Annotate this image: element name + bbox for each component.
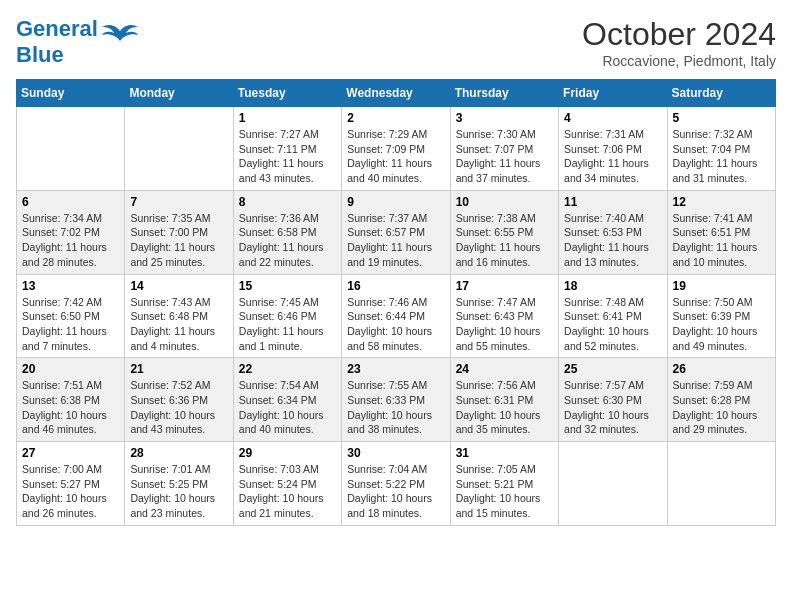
logo-text: General Blue xyxy=(16,16,98,68)
day-number: 29 xyxy=(239,446,336,460)
calendar-cell: 28Sunrise: 7:01 AMSunset: 5:25 PMDayligh… xyxy=(125,442,233,526)
day-info: Sunrise: 7:38 AMSunset: 6:55 PMDaylight:… xyxy=(456,211,553,270)
page-header: General Blue October 2024 Roccavione, Pi… xyxy=(16,16,776,69)
calendar-cell: 1Sunrise: 7:27 AMSunset: 7:11 PMDaylight… xyxy=(233,107,341,191)
day-info: Sunrise: 7:05 AMSunset: 5:21 PMDaylight:… xyxy=(456,462,553,521)
day-info: Sunrise: 7:46 AMSunset: 6:44 PMDaylight:… xyxy=(347,295,444,354)
day-number: 21 xyxy=(130,362,227,376)
calendar-cell: 21Sunrise: 7:52 AMSunset: 6:36 PMDayligh… xyxy=(125,358,233,442)
calendar-cell: 26Sunrise: 7:59 AMSunset: 6:28 PMDayligh… xyxy=(667,358,775,442)
day-info: Sunrise: 7:00 AMSunset: 5:27 PMDaylight:… xyxy=(22,462,119,521)
day-number: 18 xyxy=(564,279,661,293)
day-info: Sunrise: 7:04 AMSunset: 5:22 PMDaylight:… xyxy=(347,462,444,521)
calendar-cell: 13Sunrise: 7:42 AMSunset: 6:50 PMDayligh… xyxy=(17,274,125,358)
calendar-cell: 19Sunrise: 7:50 AMSunset: 6:39 PMDayligh… xyxy=(667,274,775,358)
day-number: 2 xyxy=(347,111,444,125)
day-number: 26 xyxy=(673,362,770,376)
day-number: 24 xyxy=(456,362,553,376)
calendar-cell: 5Sunrise: 7:32 AMSunset: 7:04 PMDaylight… xyxy=(667,107,775,191)
day-info: Sunrise: 7:43 AMSunset: 6:48 PMDaylight:… xyxy=(130,295,227,354)
logo: General Blue xyxy=(16,16,138,68)
logo-bird-icon xyxy=(102,23,138,51)
day-number: 30 xyxy=(347,446,444,460)
calendar-cell: 25Sunrise: 7:57 AMSunset: 6:30 PMDayligh… xyxy=(559,358,667,442)
day-info: Sunrise: 7:50 AMSunset: 6:39 PMDaylight:… xyxy=(673,295,770,354)
day-info: Sunrise: 7:51 AMSunset: 6:38 PMDaylight:… xyxy=(22,378,119,437)
day-info: Sunrise: 7:52 AMSunset: 6:36 PMDaylight:… xyxy=(130,378,227,437)
weekday-header: Friday xyxy=(559,80,667,107)
calendar-cell: 7Sunrise: 7:35 AMSunset: 7:00 PMDaylight… xyxy=(125,190,233,274)
day-info: Sunrise: 7:42 AMSunset: 6:50 PMDaylight:… xyxy=(22,295,119,354)
calendar-cell xyxy=(125,107,233,191)
day-info: Sunrise: 7:29 AMSunset: 7:09 PMDaylight:… xyxy=(347,127,444,186)
calendar-cell: 24Sunrise: 7:56 AMSunset: 6:31 PMDayligh… xyxy=(450,358,558,442)
day-info: Sunrise: 7:34 AMSunset: 7:02 PMDaylight:… xyxy=(22,211,119,270)
day-number: 15 xyxy=(239,279,336,293)
day-info: Sunrise: 7:48 AMSunset: 6:41 PMDaylight:… xyxy=(564,295,661,354)
calendar-cell: 3Sunrise: 7:30 AMSunset: 7:07 PMDaylight… xyxy=(450,107,558,191)
day-number: 13 xyxy=(22,279,119,293)
calendar-cell xyxy=(667,442,775,526)
day-info: Sunrise: 7:56 AMSunset: 6:31 PMDaylight:… xyxy=(456,378,553,437)
calendar-cell: 29Sunrise: 7:03 AMSunset: 5:24 PMDayligh… xyxy=(233,442,341,526)
day-info: Sunrise: 7:37 AMSunset: 6:57 PMDaylight:… xyxy=(347,211,444,270)
calendar-cell xyxy=(17,107,125,191)
day-info: Sunrise: 7:57 AMSunset: 6:30 PMDaylight:… xyxy=(564,378,661,437)
day-number: 16 xyxy=(347,279,444,293)
calendar-cell: 4Sunrise: 7:31 AMSunset: 7:06 PMDaylight… xyxy=(559,107,667,191)
title-block: October 2024 Roccavione, Piedmont, Italy xyxy=(582,16,776,69)
weekday-header: Saturday xyxy=(667,80,775,107)
calendar-cell: 31Sunrise: 7:05 AMSunset: 5:21 PMDayligh… xyxy=(450,442,558,526)
day-number: 23 xyxy=(347,362,444,376)
day-number: 12 xyxy=(673,195,770,209)
weekday-header: Monday xyxy=(125,80,233,107)
day-number: 20 xyxy=(22,362,119,376)
weekday-header: Sunday xyxy=(17,80,125,107)
day-info: Sunrise: 7:03 AMSunset: 5:24 PMDaylight:… xyxy=(239,462,336,521)
calendar-header-row: SundayMondayTuesdayWednesdayThursdayFrid… xyxy=(17,80,776,107)
day-number: 9 xyxy=(347,195,444,209)
day-number: 28 xyxy=(130,446,227,460)
calendar-cell: 2Sunrise: 7:29 AMSunset: 7:09 PMDaylight… xyxy=(342,107,450,191)
day-number: 19 xyxy=(673,279,770,293)
day-info: Sunrise: 7:41 AMSunset: 6:51 PMDaylight:… xyxy=(673,211,770,270)
calendar-cell: 17Sunrise: 7:47 AMSunset: 6:43 PMDayligh… xyxy=(450,274,558,358)
calendar-cell xyxy=(559,442,667,526)
day-number: 17 xyxy=(456,279,553,293)
day-info: Sunrise: 7:27 AMSunset: 7:11 PMDaylight:… xyxy=(239,127,336,186)
calendar-cell: 11Sunrise: 7:40 AMSunset: 6:53 PMDayligh… xyxy=(559,190,667,274)
day-info: Sunrise: 7:47 AMSunset: 6:43 PMDaylight:… xyxy=(456,295,553,354)
day-number: 25 xyxy=(564,362,661,376)
day-info: Sunrise: 7:55 AMSunset: 6:33 PMDaylight:… xyxy=(347,378,444,437)
calendar-week-row: 27Sunrise: 7:00 AMSunset: 5:27 PMDayligh… xyxy=(17,442,776,526)
day-number: 14 xyxy=(130,279,227,293)
day-info: Sunrise: 7:40 AMSunset: 6:53 PMDaylight:… xyxy=(564,211,661,270)
day-info: Sunrise: 7:45 AMSunset: 6:46 PMDaylight:… xyxy=(239,295,336,354)
calendar-cell: 12Sunrise: 7:41 AMSunset: 6:51 PMDayligh… xyxy=(667,190,775,274)
day-info: Sunrise: 7:01 AMSunset: 5:25 PMDaylight:… xyxy=(130,462,227,521)
day-number: 10 xyxy=(456,195,553,209)
calendar-cell: 10Sunrise: 7:38 AMSunset: 6:55 PMDayligh… xyxy=(450,190,558,274)
day-info: Sunrise: 7:32 AMSunset: 7:04 PMDaylight:… xyxy=(673,127,770,186)
calendar-cell: 30Sunrise: 7:04 AMSunset: 5:22 PMDayligh… xyxy=(342,442,450,526)
calendar-cell: 27Sunrise: 7:00 AMSunset: 5:27 PMDayligh… xyxy=(17,442,125,526)
day-info: Sunrise: 7:31 AMSunset: 7:06 PMDaylight:… xyxy=(564,127,661,186)
day-info: Sunrise: 7:30 AMSunset: 7:07 PMDaylight:… xyxy=(456,127,553,186)
calendar-cell: 14Sunrise: 7:43 AMSunset: 6:48 PMDayligh… xyxy=(125,274,233,358)
day-number: 11 xyxy=(564,195,661,209)
day-number: 31 xyxy=(456,446,553,460)
calendar-cell: 6Sunrise: 7:34 AMSunset: 7:02 PMDaylight… xyxy=(17,190,125,274)
calendar-week-row: 20Sunrise: 7:51 AMSunset: 6:38 PMDayligh… xyxy=(17,358,776,442)
weekday-header: Thursday xyxy=(450,80,558,107)
day-number: 4 xyxy=(564,111,661,125)
location: Roccavione, Piedmont, Italy xyxy=(582,53,776,69)
weekday-header: Wednesday xyxy=(342,80,450,107)
calendar-table: SundayMondayTuesdayWednesdayThursdayFrid… xyxy=(16,79,776,526)
day-number: 6 xyxy=(22,195,119,209)
day-info: Sunrise: 7:35 AMSunset: 7:00 PMDaylight:… xyxy=(130,211,227,270)
calendar-cell: 16Sunrise: 7:46 AMSunset: 6:44 PMDayligh… xyxy=(342,274,450,358)
calendar-week-row: 6Sunrise: 7:34 AMSunset: 7:02 PMDaylight… xyxy=(17,190,776,274)
day-info: Sunrise: 7:54 AMSunset: 6:34 PMDaylight:… xyxy=(239,378,336,437)
day-number: 5 xyxy=(673,111,770,125)
day-number: 8 xyxy=(239,195,336,209)
